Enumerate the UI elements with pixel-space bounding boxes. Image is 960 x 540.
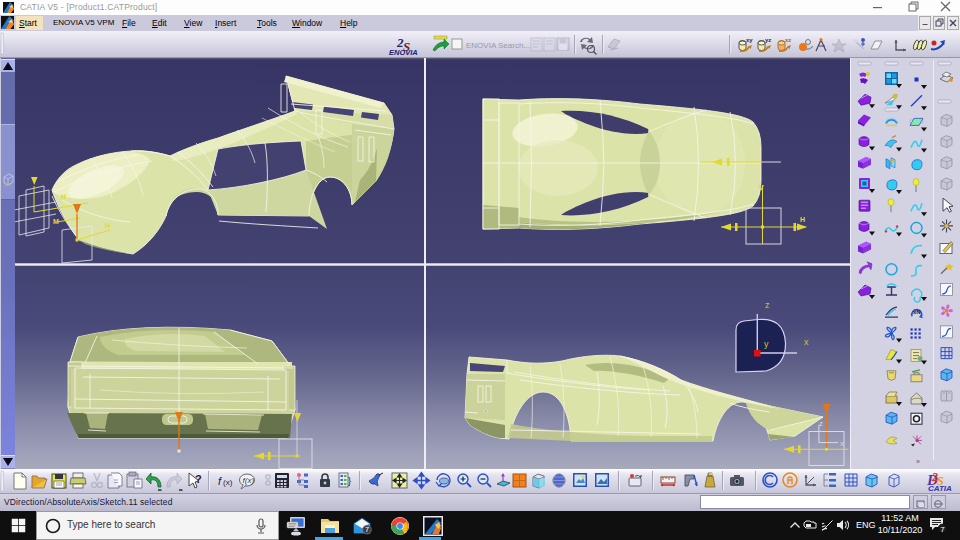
svg-text:7: 7 [940,525,945,534]
